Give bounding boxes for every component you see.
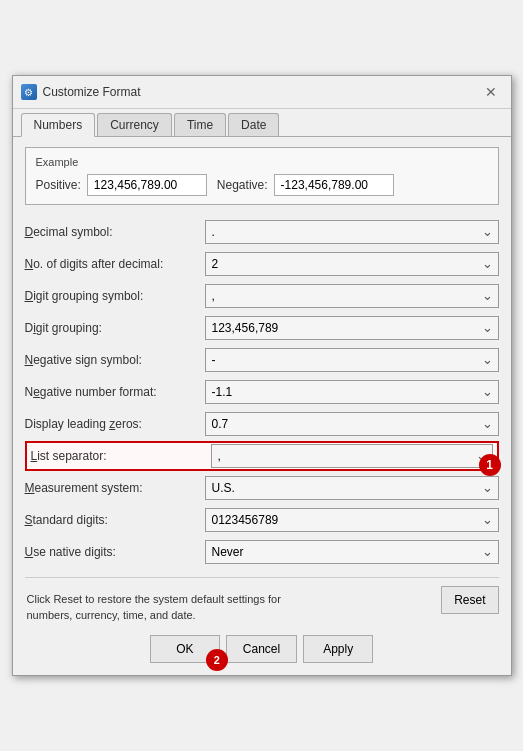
titlebar: ⚙ Customize Format ✕: [13, 76, 511, 109]
positive-value: 123,456,789.00: [87, 174, 207, 196]
dropdown-list-sep[interactable]: ,: [211, 444, 493, 468]
label-group-sym: Digit grouping symbol:: [25, 289, 205, 303]
label-native-digits: Use native digits:: [25, 545, 205, 559]
label-grouping: Digit grouping:: [25, 321, 205, 335]
field-neg-format: Negative number format: -1.1: [25, 377, 499, 407]
reset-button[interactable]: Reset: [441, 586, 498, 614]
tab-bar: Numbers Currency Time Date: [13, 109, 511, 137]
reset-button-wrapper: Reset: [441, 584, 498, 614]
field-group-sym: Digit grouping symbol: ,: [25, 281, 499, 311]
form-fields: Decimal symbol: . No. of digits after de…: [25, 217, 499, 567]
close-button[interactable]: ✕: [479, 82, 503, 102]
select-native-digits[interactable]: Never: [205, 540, 499, 564]
dropdown-neg-sign[interactable]: -: [205, 348, 499, 372]
dropdown-native-digits[interactable]: Never: [205, 540, 499, 564]
dropdown-row-list-sep: , 1: [211, 444, 493, 468]
example-label: Example: [36, 156, 488, 168]
dropdown-decimal[interactable]: .: [205, 220, 499, 244]
example-row: Positive: 123,456,789.00 Negative: -123,…: [36, 174, 488, 196]
dropdown-neg-format[interactable]: -1.1: [205, 380, 499, 404]
apply-button[interactable]: Apply: [303, 635, 373, 663]
label-neg-format: Negative number format:: [25, 385, 205, 399]
footer-area: Click Reset to restore the system defaul…: [13, 578, 511, 629]
positive-label: Positive:: [36, 178, 81, 192]
dropdown-measure[interactable]: U.S.: [205, 476, 499, 500]
select-grouping[interactable]: 123,456,789: [205, 316, 499, 340]
label-measure: Measurement system:: [25, 481, 205, 495]
field-list-sep: List separator: , 1: [25, 441, 499, 471]
field-decimal: Decimal symbol: .: [25, 217, 499, 247]
select-std-digits[interactable]: 0123456789: [205, 508, 499, 532]
action-buttons: OK 2 Cancel Apply: [13, 629, 511, 675]
ok-button-wrapper: OK 2: [150, 635, 220, 663]
label-std-digits: Standard digits:: [25, 513, 205, 527]
dropdown-grouping[interactable]: 123,456,789: [205, 316, 499, 340]
dropdown-lead-zeros[interactable]: 0.7: [205, 412, 499, 436]
label-decimal: Decimal symbol:: [25, 225, 205, 239]
footer-text: Click Reset to restore the system defaul…: [25, 584, 442, 629]
field-measure: Measurement system: U.S.: [25, 473, 499, 503]
tab-numbers[interactable]: Numbers: [21, 113, 96, 137]
positive-example: Positive: 123,456,789.00: [36, 174, 207, 196]
dialog-icon: ⚙: [21, 84, 37, 100]
select-list-sep[interactable]: ,: [211, 444, 493, 468]
label-list-sep: List separator:: [31, 449, 211, 463]
field-grouping: Digit grouping: 123,456,789: [25, 313, 499, 343]
select-decimal[interactable]: .: [205, 220, 499, 244]
tab-date[interactable]: Date: [228, 113, 279, 136]
field-std-digits: Standard digits: 0123456789: [25, 505, 499, 535]
content-area: Example Positive: 123,456,789.00 Negativ…: [13, 137, 511, 577]
label-neg-sign: Negative sign symbol:: [25, 353, 205, 367]
select-digits[interactable]: 2: [205, 252, 499, 276]
titlebar-left: ⚙ Customize Format: [21, 84, 141, 100]
badge-1: 1: [479, 454, 501, 476]
field-native-digits: Use native digits: Never: [25, 537, 499, 567]
select-lead-zeros[interactable]: 0.7: [205, 412, 499, 436]
negative-label: Negative:: [217, 178, 268, 192]
dialog-title: Customize Format: [43, 85, 141, 99]
label-lead-zeros: Display leading zeros:: [25, 417, 205, 431]
field-neg-sign: Negative sign symbol: -: [25, 345, 499, 375]
label-digits: No. of digits after decimal:: [25, 257, 205, 271]
tab-time[interactable]: Time: [174, 113, 226, 136]
select-neg-format[interactable]: -1.1: [205, 380, 499, 404]
badge-2: 2: [206, 649, 228, 671]
example-box: Example Positive: 123,456,789.00 Negativ…: [25, 147, 499, 205]
negative-value: -123,456,789.00: [274, 174, 394, 196]
dropdown-digits[interactable]: 2: [205, 252, 499, 276]
select-group-sym[interactable]: ,: [205, 284, 499, 308]
select-measure[interactable]: U.S.: [205, 476, 499, 500]
tab-currency[interactable]: Currency: [97, 113, 172, 136]
dropdown-group-sym[interactable]: ,: [205, 284, 499, 308]
negative-example: Negative: -123,456,789.00: [217, 174, 394, 196]
field-lead-zeros: Display leading zeros: 0.7: [25, 409, 499, 439]
dropdown-std-digits[interactable]: 0123456789: [205, 508, 499, 532]
cancel-button[interactable]: Cancel: [226, 635, 297, 663]
dialog-window: ⚙ Customize Format ✕ Numbers Currency Ti…: [12, 75, 512, 676]
select-neg-sign[interactable]: -: [205, 348, 499, 372]
field-digits: No. of digits after decimal: 2: [25, 249, 499, 279]
footer-message: Click Reset to restore the system defaul…: [25, 584, 442, 629]
